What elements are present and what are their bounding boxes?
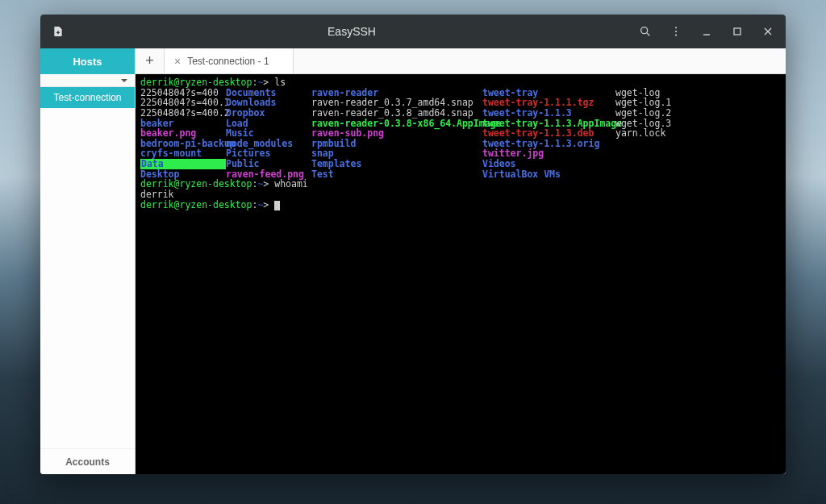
terminal-cursor [274, 201, 280, 210]
ls-entry: rpmbuild [311, 139, 482, 149]
close-icon[interactable] [755, 19, 781, 44]
sidebar-spacer [40, 108, 135, 448]
ls-entry: Test [311, 169, 482, 180]
sidebar: Hosts Test-connection Accounts [40, 48, 136, 474]
terminal-line-prompt-ls: derrik@ryzen-desktop:~> ls [140, 77, 781, 88]
minimize-icon[interactable] [694, 19, 720, 44]
window-title: EasySSH [71, 25, 632, 38]
new-file-icon[interactable] [45, 19, 71, 44]
sidebar-item-label: Test-connection [53, 92, 121, 103]
ls-entry: yarn.lock [615, 128, 682, 139]
tab-test-connection-1[interactable]: × Test-connection - 1 [165, 48, 294, 73]
titlebar: EasySSH [40, 15, 786, 48]
ls-entry: Music [226, 128, 311, 139]
kebab-menu-icon[interactable] [663, 19, 689, 44]
svg-point-3 [675, 31, 677, 32]
sidebar-item-test-connection[interactable]: Test-connection [40, 87, 135, 108]
main-pane: + × Test-connection - 1 derrik@ryzen-des… [136, 48, 786, 474]
ls-entry: Videos [482, 159, 615, 169]
sidebar-footer-accounts[interactable]: Accounts [40, 448, 135, 474]
terminal-line-prompt-empty: derrik@ryzen-desktop:~> [140, 200, 781, 210]
ls-entry: VirtualBox VMs [482, 169, 615, 180]
ls-entry: Dropbox [226, 108, 311, 119]
svg-rect-6 [734, 28, 740, 35]
ls-entry: Templates [311, 159, 482, 169]
ls-entry: raven-reader_0.3.8_amd64.snap [311, 108, 482, 119]
ls-entry: Data [140, 159, 226, 169]
ls-output: 22504804?s=40022504804?s=400.122504804?s… [140, 88, 781, 180]
ls-entry: tweet-tray-1.1.3.deb [482, 128, 615, 139]
tab-label: Test-connection - 1 [187, 56, 269, 67]
tab-close-icon[interactable]: × [174, 55, 181, 68]
ls-entry: raven-sub.png [311, 128, 482, 139]
tab-add-button[interactable]: + [136, 48, 165, 73]
tabbar: + × Test-connection - 1 [136, 48, 786, 74]
search-icon[interactable] [632, 19, 658, 44]
svg-point-2 [675, 27, 677, 28]
ls-entry: Public [226, 159, 311, 169]
sidebar-expand-toggle[interactable] [40, 74, 135, 87]
svg-line-1 [647, 33, 649, 35]
ls-entry: 22504804?s=400.2 [140, 108, 226, 119]
terminal-line-prompt-whoami: derrik@ryzen-desktop:~> whoami [140, 179, 781, 190]
ls-entry: beaker.png [140, 128, 226, 139]
maximize-icon[interactable] [724, 19, 750, 44]
svg-point-4 [675, 35, 677, 36]
terminal[interactable]: derrik@ryzen-desktop:~> ls 22504804?s=40… [136, 74, 786, 474]
svg-point-0 [641, 27, 648, 34]
ls-entry: tweet-tray-1.1.3 [482, 108, 615, 119]
sidebar-header-hosts[interactable]: Hosts [40, 48, 135, 74]
ls-entry: wget-log.2 [615, 108, 682, 119]
chevron-down-icon [120, 77, 128, 85]
app-window: EasySSH Hosts [40, 15, 786, 474]
